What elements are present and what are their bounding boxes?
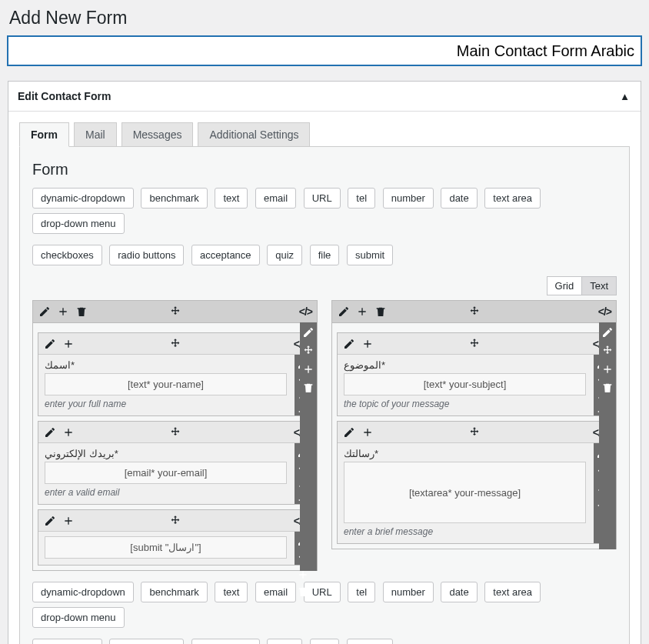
tag-radio[interactable]: radio buttons [109,245,184,265]
panel-header[interactable]: Edit Contact Form ▴ [8,82,641,112]
tag-dropdown[interactable]: drop-down menu [32,607,125,628]
field-label: الموضوع* [344,359,586,371]
tag-acceptance[interactable]: acceptance [191,245,260,265]
form-title-input[interactable] [8,36,641,65]
tag-tel[interactable]: tel [348,188,375,209]
view-text-button[interactable]: Text [581,276,617,295]
code-icon[interactable]: </> [598,305,611,318]
move-icon[interactable] [168,305,182,319]
tag-checkboxes[interactable]: checkboxes [32,245,102,265]
tag-button-row: dynamic-dropdown benchmark text email UR… [29,188,620,239]
add-icon[interactable] [56,305,70,319]
add-icon[interactable] [361,337,374,351]
edit-form-panel: Edit Contact Form ▴ Form Mail Messages A… [8,81,641,644]
tag-radio[interactable]: radio buttons [109,639,184,644]
field-description: enter your full name [45,399,287,409]
field-description: enter a brief message [344,526,586,537]
tab-messages[interactable]: Messages [121,122,194,146]
edit-icon[interactable] [601,325,614,339]
add-icon[interactable] [601,362,614,376]
move-icon[interactable] [468,305,481,319]
move-icon[interactable] [168,514,182,528]
tag-file[interactable]: file [310,639,340,644]
move-icon[interactable] [601,344,614,358]
add-icon[interactable] [361,425,374,439]
tag-number[interactable]: number [383,582,434,602]
add-icon[interactable] [355,305,369,319]
field-toolbar: </> [338,422,611,443]
field-toolbar: </> [338,333,611,355]
move-icon[interactable] [168,425,182,439]
tag-email[interactable]: email [255,188,296,209]
field-side-controls [599,322,616,549]
tag-acceptance[interactable]: acceptance [191,639,260,644]
code-icon[interactable]: </> [299,305,312,318]
tag-number[interactable]: number [383,188,434,209]
tab-mail[interactable]: Mail [74,122,117,146]
field-shortcode-preview[interactable]: [text* your-name] [45,373,287,395]
trash-icon[interactable] [374,305,388,319]
tag-tel[interactable]: tel [348,582,375,602]
tag-dynamic-dropdown[interactable]: dynamic-dropdown [32,582,134,602]
edit-icon[interactable] [342,425,356,439]
form-column: </> </> اسمك* [text* your-name] enter yo… [32,300,318,571]
edit-icon[interactable] [342,337,356,351]
add-icon[interactable] [62,514,75,528]
add-icon[interactable] [62,337,75,351]
move-icon[interactable] [468,337,481,351]
move-icon[interactable] [468,425,481,439]
edit-icon[interactable] [38,305,52,319]
tag-quiz[interactable]: quiz [267,639,302,644]
tag-dynamic-dropdown[interactable]: dynamic-dropdown [32,188,134,209]
field-description: enter a valid email [45,487,287,498]
tag-text[interactable]: text [215,582,248,602]
tag-submit[interactable]: submit [347,245,393,265]
tag-benchmark[interactable]: benchmark [141,582,207,602]
edit-icon[interactable] [301,325,315,339]
tag-dropdown[interactable]: drop-down menu [32,213,125,234]
page-title: Add New Form [9,8,641,28]
field-shortcode-preview[interactable]: [submit "ارسال"] [45,536,287,559]
trash-icon[interactable] [601,381,614,395]
collapse-icon[interactable]: ▴ [617,89,631,103]
tag-url[interactable]: URL [304,188,341,209]
view-grid-button[interactable]: Grid [547,276,583,295]
tag-date[interactable]: date [441,582,477,602]
tag-file[interactable]: file [310,245,340,265]
edit-icon[interactable] [337,305,351,319]
form-column: </> </> الموضوع* [text* your-subject] th… [331,300,617,571]
tag-date[interactable]: date [441,188,477,209]
edit-icon[interactable] [43,425,57,439]
tag-quiz[interactable]: quiz [267,245,302,265]
form-field: </> بريدك الإلكتروني* [email* your-email… [38,421,312,505]
add-icon[interactable] [62,425,75,439]
trash-icon[interactable] [296,586,310,598]
trash-icon[interactable] [75,305,88,319]
tag-benchmark[interactable]: benchmark [141,188,207,209]
tag-button-row-bottom: dynamic-dropdown benchmark text email UR… [29,582,620,632]
tag-email[interactable]: email [255,582,296,602]
field-shortcode-preview[interactable]: [text* your-subject] [344,373,586,395]
tag-checkboxes[interactable]: checkboxes [32,639,102,644]
edit-icon[interactable] [43,514,57,528]
edit-icon[interactable] [43,337,57,351]
tag-text[interactable]: text [215,188,248,209]
field-label: رسالتك* [344,448,586,459]
field-side-controls [300,322,317,571]
form-field: </> الموضوع* [text* your-subject] the to… [337,332,611,416]
field-shortcode-preview[interactable]: [textarea* your-message] [344,462,586,523]
field-shortcode-preview[interactable]: [email* your-email] [45,462,287,484]
tab-additional-settings[interactable]: Additional Settings [198,122,310,146]
move-icon[interactable] [301,344,315,358]
trash-icon[interactable] [301,381,315,395]
column-toolbar: </> [331,300,617,323]
tag-textarea[interactable]: text area [484,582,541,602]
tab-form[interactable]: Form [19,122,69,147]
tag-submit[interactable]: submit [347,639,393,644]
field-label: بريدك الإلكتروني* [45,448,287,459]
add-icon[interactable] [301,362,315,376]
tag-textarea[interactable]: text area [484,188,541,209]
column-toolbar: </> [32,300,318,323]
move-icon[interactable] [168,337,182,351]
field-label: اسمك* [45,359,287,371]
